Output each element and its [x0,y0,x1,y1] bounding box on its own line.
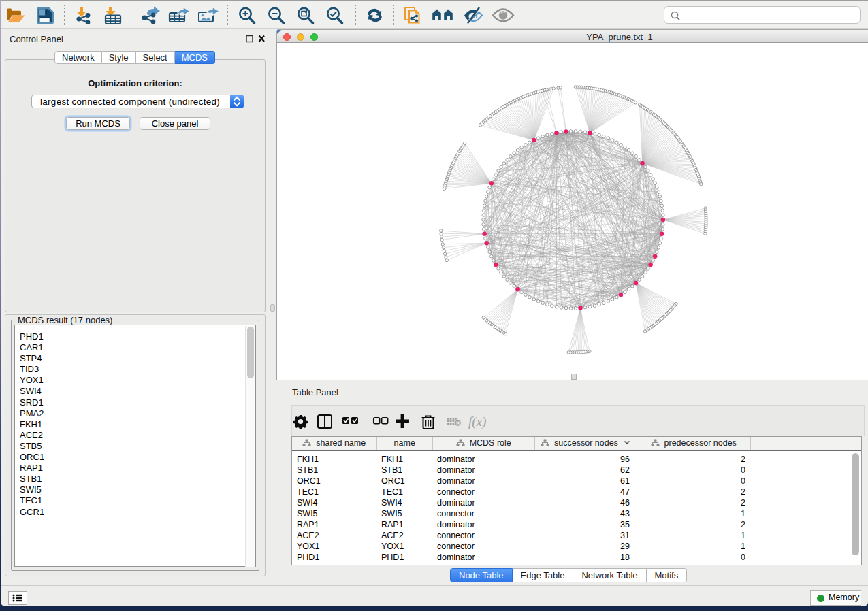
svg-text:f(x): f(x) [468,414,486,429]
